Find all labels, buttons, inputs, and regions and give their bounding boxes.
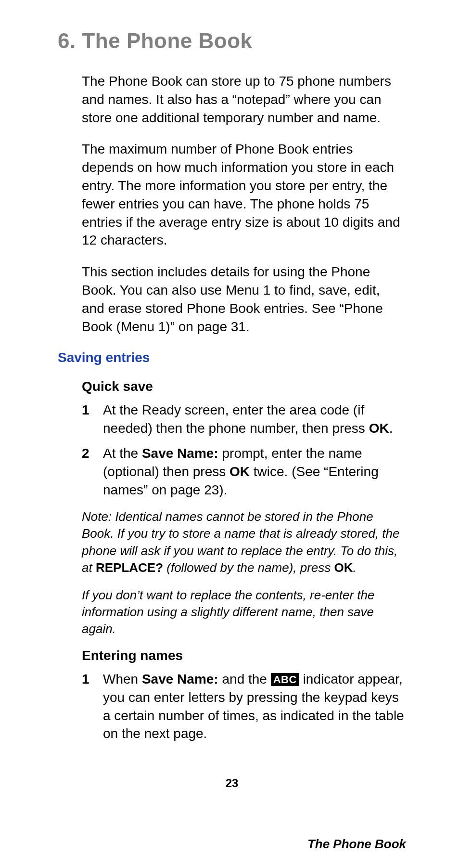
footer-section-title: The Phone Book: [307, 837, 406, 852]
ok-label: OK: [369, 421, 389, 436]
section-heading-saving-entries: Saving entries: [58, 350, 406, 365]
intro-paragraph-3: This section includes details for using …: [82, 263, 406, 336]
step-number: 1: [82, 401, 89, 419]
note-text-post: .: [353, 560, 357, 575]
replace-label: REPLACE?: [96, 560, 163, 575]
abc-indicator-icon: ABC: [271, 673, 299, 686]
ok-label: OK: [334, 560, 353, 575]
note-identical-names: Note: Identical names cannot be stored i…: [82, 508, 406, 576]
chapter-title: The Phone Book: [82, 29, 252, 52]
note-text-mid: (followed by the name), press: [163, 560, 334, 575]
intro-block: The Phone Book can store up to 75 phone …: [82, 72, 406, 336]
save-name-label: Save Name:: [142, 672, 218, 687]
subheading-entering-names: Entering names: [82, 648, 406, 663]
step-text-post: .: [389, 421, 393, 436]
step-text: At the Ready screen, enter the area code…: [103, 402, 369, 436]
intro-paragraph-2: The maximum number of Phone Book entries…: [82, 140, 406, 249]
manual-page: 6. The Phone Book The Phone Book can sto…: [0, 0, 459, 868]
subheading-quick-save: Quick save: [82, 379, 406, 394]
intro-paragraph-1: The Phone Book can store up to 75 phone …: [82, 72, 406, 127]
note-dont-replace: If you don’t want to replace the content…: [82, 587, 406, 637]
ok-label: OK: [230, 464, 250, 479]
quick-save-step-1: 1 At the Ready screen, enter the area co…: [82, 401, 406, 438]
entering-names-steps: 1 When Save Name: and the ABC indicator …: [82, 670, 406, 743]
quick-save-step-2: 2 At the Save Name: prompt, enter the na…: [82, 444, 406, 499]
step-text-pre: When: [103, 672, 142, 687]
step-number: 1: [82, 670, 89, 688]
save-name-label: Save Name:: [142, 446, 218, 461]
page-number: 23: [58, 777, 406, 790]
quick-save-steps: 1 At the Ready screen, enter the area co…: [82, 401, 406, 499]
entering-names-step-1: 1 When Save Name: and the ABC indicator …: [82, 670, 406, 743]
chapter-number: 6.: [58, 29, 76, 52]
step-text-mid: and the: [218, 672, 271, 687]
quick-save-block: Quick save 1 At the Ready screen, enter …: [82, 379, 406, 743]
chapter-heading: 6. The Phone Book: [58, 29, 406, 53]
step-text-pre: At the: [103, 446, 142, 461]
step-number: 2: [82, 444, 89, 463]
